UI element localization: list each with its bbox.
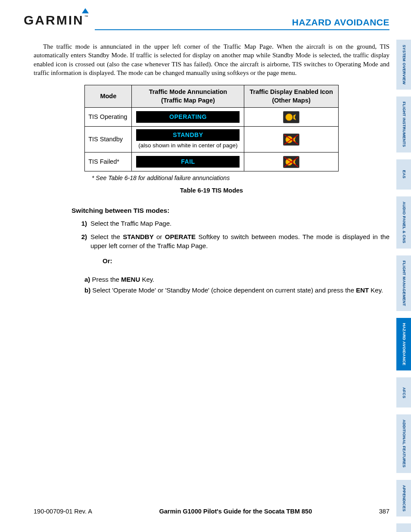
table-header-annunciation: Traffic Mode Annunciation(Traffic Map Pa… xyxy=(132,85,244,108)
side-tab[interactable]: INDEX xyxy=(396,523,411,532)
traffic-icon-cell xyxy=(244,152,338,171)
side-tab[interactable]: AFCS xyxy=(396,377,411,408)
footer-doc-rev: 190-00709-01 Rev. A xyxy=(34,508,92,515)
side-tab[interactable]: APPENDICES xyxy=(396,480,411,517)
side-tab[interactable]: HAZARD AVOIDANCE xyxy=(396,318,411,370)
intro-paragraph: The traffic mode is annunciated in the u… xyxy=(34,42,389,77)
traffic-icon-cell xyxy=(244,108,338,127)
side-tab[interactable]: FLIGHT MANAGEMENT xyxy=(396,255,411,311)
procedure-steps: 1)Select the Traffic Map Page.2)Select t… xyxy=(80,219,389,270)
step-item: 2)Select the STANDBY or OPERATE Softkey … xyxy=(80,232,389,250)
table-caption: Table 6-19 TIS Modes xyxy=(34,187,389,195)
or-label: Or: xyxy=(80,255,389,270)
table-row: TIS Failed*FAIL xyxy=(85,152,339,171)
table-footnote: * See Table 6-18 for additional failure … xyxy=(92,174,389,182)
table-row: TIS OperatingOPERATING xyxy=(85,108,339,127)
footer-page-number: 387 xyxy=(379,508,389,515)
section-title: HAZARD AVOIDANCE xyxy=(292,17,389,28)
annunciation-cell: OPERATING xyxy=(132,108,244,127)
annunciation-cell: FAIL xyxy=(132,152,244,171)
sub-step-item: b) Select 'Operate Mode' or 'Standby Mod… xyxy=(84,285,389,296)
traffic-crossed-icon xyxy=(283,156,299,168)
traffic-normal-icon xyxy=(283,111,299,123)
mode-cell: TIS Operating xyxy=(85,108,132,127)
procedure-sub-steps: a) Press the MENU Key.b) Select 'Operate… xyxy=(84,274,389,296)
page-footer: 190-00709-01 Rev. A Garmin G1000 Pilot's… xyxy=(34,508,389,515)
side-tab[interactable]: SYSTEM OVERVIEW xyxy=(396,40,411,90)
sub-step-item: a) Press the MENU Key. xyxy=(84,274,389,285)
traffic-icon-cell xyxy=(244,127,338,152)
mode-cell: TIS Standby xyxy=(85,127,132,152)
side-tab[interactable]: ADDITIONAL FEATURES xyxy=(396,414,411,473)
footer-doc-title: Garmin G1000 Pilot's Guide for the Socat… xyxy=(159,508,312,515)
procedure-heading: Switching between TIS modes: xyxy=(72,206,389,215)
annunciation-cell: STANDBY(also shown in white in center of… xyxy=(132,127,244,152)
side-tabs: SYSTEM OVERVIEWFLIGHT INSTRUMENTSEASAUDI… xyxy=(396,40,411,532)
tis-modes-table: Mode Traffic Mode Annunciation(Traffic M… xyxy=(84,85,339,171)
table-header-mode: Mode xyxy=(85,85,132,108)
step-item: 1)Select the Traffic Map Page. xyxy=(80,219,389,228)
logo-triangle-icon xyxy=(82,8,89,13)
side-tab[interactable]: AUDIO PANEL & CNS xyxy=(396,196,411,249)
side-tab[interactable]: FLIGHT INSTRUMENTS xyxy=(396,96,411,152)
garmin-logo: GARMIN™ xyxy=(24,13,88,28)
traffic-crossed-icon xyxy=(283,134,299,146)
table-row: TIS StandbySTANDBY(also shown in white i… xyxy=(85,127,339,152)
side-tab[interactable]: EAS xyxy=(396,159,411,190)
mode-cell: TIS Failed* xyxy=(85,152,132,171)
table-header-icon: Traffic Display Enabled Icon(Other Maps) xyxy=(244,85,338,108)
